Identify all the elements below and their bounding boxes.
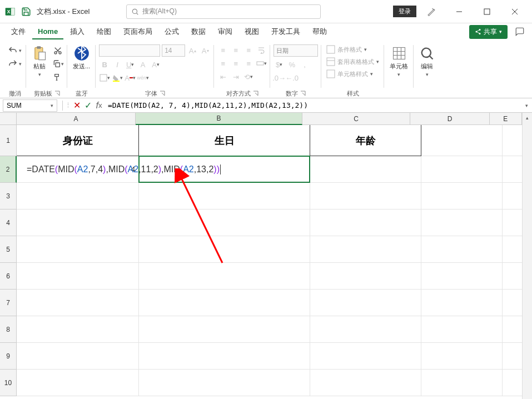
orientation-button[interactable]: ⟲▾	[243, 71, 254, 82]
cell-A1[interactable]: 身份证	[17, 125, 139, 156]
border-button[interactable]: ▾	[99, 72, 110, 83]
cell-A10[interactable]	[17, 370, 139, 396]
wrap-text-button[interactable]	[256, 44, 267, 56]
col-header-D[interactable]: D	[410, 113, 489, 125]
font-size-select[interactable]	[162, 44, 185, 57]
cell-C10[interactable]	[310, 370, 421, 396]
tab-file[interactable]: 文件	[6, 24, 31, 39]
font-color-button[interactable]: A▾	[125, 72, 136, 83]
tab-insert[interactable]: 插入	[64, 24, 90, 39]
cell-D3[interactable]	[421, 183, 503, 210]
tab-developer[interactable]: 开发工具	[266, 24, 306, 39]
phonetic-button[interactable]: A▾	[150, 59, 161, 70]
cell-A8[interactable]	[17, 316, 139, 343]
currency-button[interactable]: $▾	[274, 59, 285, 70]
cell-D2[interactable]	[421, 156, 503, 183]
cell-A6[interactable]	[17, 263, 139, 290]
close-button[interactable]	[502, 3, 528, 20]
tab-help[interactable]: 帮助	[307, 24, 332, 39]
login-button[interactable]: 登录	[393, 6, 416, 17]
cell-C1[interactable]: 年龄	[310, 125, 421, 156]
cell-D8[interactable]	[421, 316, 503, 343]
cell-C4[interactable]	[310, 210, 421, 236]
align-bottom-button[interactable]: ≡	[243, 44, 254, 56]
cell-D10[interactable]	[421, 370, 503, 396]
increase-decimal-button[interactable]: .0→	[274, 72, 285, 83]
cell-D9[interactable]	[421, 343, 503, 370]
cell-A5[interactable]	[17, 236, 139, 263]
cell-B9[interactable]	[139, 343, 310, 370]
font-expand-icon[interactable]	[160, 91, 165, 96]
comments-button[interactable]	[513, 25, 526, 38]
cell-A4[interactable]	[17, 210, 139, 236]
cell-B8[interactable]	[139, 316, 310, 343]
row-header-10[interactable]: 10	[0, 370, 17, 396]
formula-edit-overlay[interactable]: =DATE(MID(A2, 7, 4),MID(A2,11,2),MID(A2,…	[27, 156, 221, 183]
underline-button[interactable]: U▾	[125, 59, 136, 70]
formula-bar-expand[interactable]: ▾	[521, 103, 532, 108]
cell-styles-button[interactable]: 单元格样式▾	[325, 69, 381, 79]
cell-B4[interactable]	[139, 210, 310, 236]
number-format-select[interactable]	[274, 44, 318, 57]
number-expand-icon[interactable]	[300, 91, 306, 96]
col-header-A[interactable]: A	[17, 113, 136, 125]
formula-input[interactable]: =DATE(MID(A2, 7, 4),MID(A2,11,2),MID(A2,…	[105, 101, 521, 109]
row-header-3[interactable]: 3	[0, 183, 17, 210]
paste-button[interactable]: 粘贴▾	[29, 44, 49, 78]
decrease-indent-button[interactable]: ⇤	[217, 71, 228, 82]
align-right-button[interactable]: ≡	[243, 58, 254, 69]
cell-D7[interactable]	[421, 290, 503, 316]
cell-A3[interactable]	[17, 183, 139, 210]
italic-button[interactable]: I	[112, 59, 123, 70]
col-header-B[interactable]: B	[136, 113, 302, 125]
tab-home[interactable]: Home	[32, 24, 63, 39]
cell-C8[interactable]	[310, 316, 421, 343]
cell-C6[interactable]	[310, 263, 421, 290]
fill-color-button[interactable]: ▾	[112, 72, 123, 83]
align-center-button[interactable]: ≡	[230, 58, 241, 69]
col-header-C[interactable]: C	[302, 113, 411, 125]
cell-A9[interactable]	[17, 343, 139, 370]
row-header-1[interactable]: 1	[0, 125, 17, 156]
redo-button[interactable]: ▾	[7, 58, 23, 70]
tab-page-layout[interactable]: 页面布局	[118, 24, 158, 39]
ruby-button[interactable]: A	[137, 59, 148, 70]
fx-button[interactable]: fx	[93, 100, 105, 111]
minimize-button[interactable]	[446, 3, 472, 20]
decrease-font-button[interactable]: A▾	[200, 45, 211, 56]
alignment-expand-icon[interactable]	[253, 91, 258, 96]
cell-B6[interactable]	[139, 263, 310, 290]
decrease-decimal-button[interactable]: ←.0	[286, 72, 297, 83]
cell-B3[interactable]	[139, 183, 310, 210]
cell-D1[interactable]	[421, 125, 503, 156]
row-header-5[interactable]: 5	[0, 236, 17, 263]
editing-button[interactable]: 编辑▾	[417, 44, 437, 78]
cells-button[interactable]: 单元格▾	[387, 44, 410, 78]
cell-C3[interactable]	[310, 183, 421, 210]
increase-font-button[interactable]: A▴	[187, 45, 198, 56]
merge-center-button[interactable]: ▾	[256, 58, 267, 69]
comma-button[interactable]: ,	[299, 59, 310, 70]
name-box[interactable]: SUM▾	[3, 99, 57, 112]
cut-button[interactable]	[52, 44, 64, 57]
share-button[interactable]: 共享 ▾	[469, 25, 508, 39]
tab-formulas[interactable]: 公式	[159, 24, 185, 39]
cell-C2[interactable]	[310, 156, 421, 183]
table-format-button[interactable]: 套用表格格式▾	[325, 57, 381, 67]
tab-review[interactable]: 审阅	[212, 24, 238, 39]
mode-switch-button[interactable]	[419, 3, 444, 20]
cell-B10[interactable]	[139, 370, 310, 396]
bluetooth-send-button[interactable]: 发送...	[71, 44, 92, 72]
align-left-button[interactable]: ≡	[217, 58, 228, 69]
cell-B1[interactable]: 生日	[139, 125, 310, 156]
cell-B7[interactable]	[139, 290, 310, 316]
align-middle-button[interactable]: ≡	[230, 44, 241, 56]
cell-A7[interactable]	[17, 290, 139, 316]
row-header-9[interactable]: 9	[0, 343, 17, 370]
tab-view[interactable]: 视图	[239, 24, 265, 39]
undo-button[interactable]: ▾	[7, 44, 23, 57]
copy-button[interactable]: ▾	[52, 58, 64, 70]
align-top-button[interactable]: ≡	[217, 44, 228, 56]
bold-button[interactable]: B	[99, 59, 110, 70]
maximize-button[interactable]	[474, 3, 500, 20]
